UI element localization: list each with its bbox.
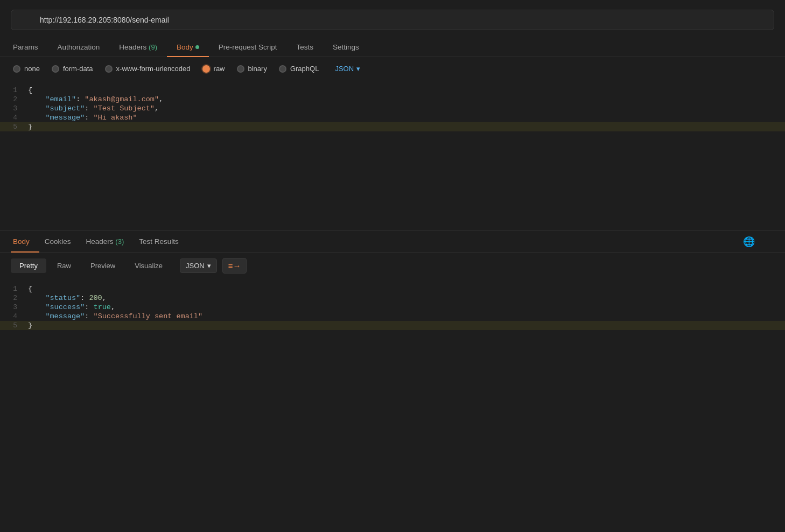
globe-icon: 🌐 [743,236,755,248]
code-line-2: 2 "status": 200, [0,293,785,303]
json-type-dropdown[interactable]: JSON▾ [335,65,360,73]
code-line-1: 1{ [0,284,785,293]
line-content-1: { [28,285,785,293]
line-number-5: 5 [0,321,28,330]
line-content-3: "subject": "Test Subject", [28,104,785,113]
body-type-form-data[interactable]: form-data [52,65,93,73]
code-line-5: 5} [0,122,785,131]
code-line-3: 3 "subject": "Test Subject", [0,104,785,113]
format-tab-preview[interactable]: Preview [82,258,124,273]
response-tab-cookies[interactable]: Cookies [43,231,81,252]
line-content-5: } [28,321,785,330]
tab-tests[interactable]: Tests [287,39,324,57]
line-number-2: 2 [0,95,28,103]
radio-circle-graphql [279,65,286,73]
response-status: 🌐 [743,236,774,248]
line-content-2: "status": 200, [28,294,785,302]
tab-prerequest[interactable]: Pre-request Script [209,39,287,57]
body-type-x-www-form-urlencoded[interactable]: x-www-form-urlencoded [105,65,191,73]
response-section: BodyCookiesHeaders (3)Test Results 🌐 Pre… [0,231,785,335]
response-tab-body[interactable]: Body [11,231,39,252]
tab-badge-headers: (9) [149,43,157,51]
body-type-binary[interactable]: binary [237,65,267,73]
line-number-3: 3 [0,104,28,113]
tab-headers[interactable]: Headers (9) [109,39,167,57]
json-type-label: JSON [335,65,354,73]
line-content-4: "message": "Hi akash" [28,114,785,122]
url-bar [11,10,774,30]
code-line-4: 4 "message": "Hi akash" [0,113,785,122]
radio-label-form-data: form-data [63,65,93,73]
code-line-5: 5} [0,321,785,330]
code-line-1: 1{ [0,86,785,95]
line-number-1: 1 [0,86,28,94]
url-input[interactable] [31,16,766,24]
line-number-5: 5 [0,123,28,131]
line-content-5: } [28,123,785,131]
response-tabs-row: BodyCookiesHeaders (3)Test Results 🌐 [0,231,785,253]
code-line-4: 4 "message": "Successfully sent email" [0,312,785,321]
line-number-1: 1 [0,285,28,293]
body-type-none[interactable]: none [13,65,40,73]
radio-circle-raw [202,65,210,73]
request-code-editor[interactable]: 1{2 "email": "akash@gmail.com",3 "subjec… [0,80,785,231]
line-content-2: "email": "akash@gmail.com", [28,95,785,103]
radio-label-graphql: GraphQL [290,65,319,73]
tab-authorization[interactable]: Authorization [48,39,110,57]
tab-settings[interactable]: Settings [323,39,369,57]
line-number-4: 4 [0,114,28,122]
response-tab-test-results[interactable]: Test Results [137,231,188,252]
radio-circle-x-www-form-urlencoded [105,65,113,73]
format-tab-pretty[interactable]: Pretty [11,258,46,273]
radio-label-raw: raw [214,65,225,73]
tab-body[interactable]: Body [167,39,209,57]
json-type-chevron: ▾ [356,65,360,73]
format-tab-raw[interactable]: Raw [48,258,80,273]
tab-params[interactable]: Params [11,39,48,57]
wrap-icon[interactable]: ≡→ [222,258,247,274]
radio-circle-binary [237,65,244,73]
response-json-label: JSON [186,262,205,270]
response-json-dropdown[interactable]: JSON▾ [180,258,217,273]
format-tabs-row: PrettyRawPreviewVisualizeJSON▾≡→ [0,253,785,279]
code-line-2: 2 "email": "akash@gmail.com", [0,95,785,104]
body-type-row: noneform-datax-www-form-urlencodedrawbin… [0,57,785,80]
radio-circle-form-data [52,65,59,73]
wrap-lines-icon: ≡→ [228,261,241,270]
line-content-3: "success": true, [28,303,785,311]
radio-label-x-www-form-urlencoded: x-www-form-urlencoded [116,65,191,73]
code-line-3: 3 "success": true, [0,303,785,312]
radio-label-none: none [24,65,40,73]
body-type-graphql[interactable]: GraphQL [279,65,319,73]
line-number-4: 4 [0,312,28,320]
line-content-4: "message": "Successfully sent email" [28,312,785,320]
response-tab-headers[interactable]: Headers (3) [84,231,134,252]
request-tabs-row: ParamsAuthorizationHeaders (9)BodyPre-re… [0,39,785,57]
resp-tab-badge-headers: (3) [115,237,124,246]
line-number-2: 2 [0,294,28,302]
body-type-raw[interactable]: raw [202,65,225,73]
format-tab-visualize[interactable]: Visualize [126,258,171,273]
response-code-editor[interactable]: 1{2 "status": 200,3 "success": true,4 "m… [0,279,785,335]
response-json-chevron: ▾ [207,262,211,270]
line-content-1: { [28,86,785,94]
radio-label-binary: binary [248,65,267,73]
tab-dot-body [195,45,199,49]
line-number-3: 3 [0,303,28,311]
radio-circle-none [13,65,20,73]
